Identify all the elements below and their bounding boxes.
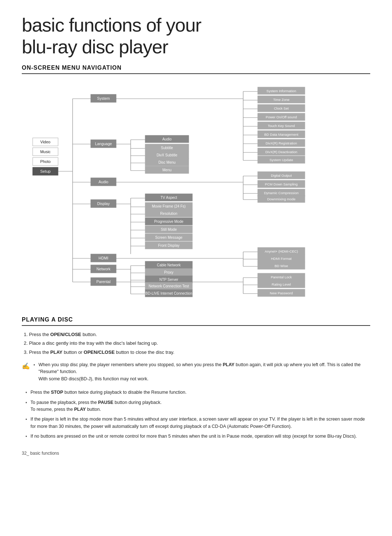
svg-text:Display: Display [97, 201, 110, 206]
svg-text:DivX Subtitle: DivX Subtitle [156, 153, 177, 157]
svg-text:Downmixing mode: Downmixing mode [267, 197, 295, 201]
bullet-2: To pause the playback, press the PAUSE b… [25, 399, 370, 413]
svg-text:Language: Language [95, 142, 112, 146]
svg-text:Network Connection Test: Network Connection Test [149, 284, 189, 288]
svg-text:Setup: Setup [40, 169, 51, 173]
step-2: Place a disc gently into the tray with t… [29, 340, 370, 347]
page-title: basic functions of your blu-ray disc pla… [22, 15, 370, 58]
note-main: When you stop disc play, the player reme… [33, 361, 370, 382]
svg-text:Audio: Audio [162, 137, 172, 141]
bullet-4: If no buttons are pressed on the unit or… [25, 433, 370, 440]
svg-text:Photo: Photo [40, 159, 51, 164]
title-line2: blu-ray disc player [22, 36, 168, 57]
section-menu-nav: ON-SCREEN MENU NAVIGATION [22, 65, 370, 74]
svg-text:HDMI: HDMI [99, 256, 109, 260]
svg-text:Progressive Mode: Progressive Mode [154, 220, 184, 224]
svg-text:Menu: Menu [162, 168, 171, 172]
note-icon: ✍ [22, 362, 30, 370]
svg-text:Anynet+ (HDMI-CEC): Anynet+ (HDMI-CEC) [265, 249, 298, 253]
svg-text:NTP Server: NTP Server [159, 278, 179, 282]
svg-text:BD Wise: BD Wise [275, 264, 288, 268]
svg-text:Disc Menu: Disc Menu [158, 160, 175, 164]
svg-text:DivX(R) Deactivation: DivX(R) Deactivation [265, 150, 297, 154]
svg-text:Movie Frame (24 Fs): Movie Frame (24 Fs) [152, 204, 186, 208]
svg-text:BD-LIVE Internet Connection: BD-LIVE Internet Connection [146, 291, 192, 295]
svg-text:Music: Music [40, 150, 51, 154]
svg-text:Cable Network: Cable Network [157, 263, 181, 267]
svg-text:Parental Lock: Parental Lock [271, 275, 292, 279]
step-3: Press the PLAY button or OPEN/CLOSE butt… [29, 349, 370, 356]
svg-text:TV Aspect: TV Aspect [160, 196, 177, 200]
svg-text:System Information: System Information [266, 89, 296, 93]
svg-text:Rating Level: Rating Level [272, 282, 291, 286]
svg-text:DivX(R) Registration: DivX(R) Registration [266, 141, 297, 145]
svg-text:Resolution: Resolution [160, 212, 177, 216]
svg-text:Touch Key Sound: Touch Key Sound [268, 124, 295, 128]
svg-text:System Update: System Update [270, 158, 293, 162]
svg-text:Still Mode: Still Mode [161, 228, 177, 232]
svg-text:New Password: New Password [270, 291, 293, 295]
bullet-3: If the player is left in the stop mode m… [25, 416, 370, 430]
svg-text:Digital Output: Digital Output [271, 173, 292, 177]
notes-block: ✍ When you stop disc play, the player re… [22, 361, 370, 385]
svg-text:Clock Set: Clock Set [274, 106, 289, 110]
steps-list: Press the OPEN/CLOSE button. Place a dis… [29, 331, 370, 356]
title-line1: basic functions of your [22, 15, 201, 36]
svg-text:Network: Network [97, 267, 111, 271]
svg-text:HDMI Format: HDMI Format [271, 257, 292, 261]
svg-text:Parental: Parental [96, 279, 110, 284]
svg-text:Proxy: Proxy [164, 270, 173, 274]
playing-disc-section: PLAYING A DISC Press the OPEN/CLOSE butt… [22, 316, 370, 440]
notes-list: When you stop disc play, the player reme… [33, 361, 370, 385]
bullet-list: Press the STOP button twice during playb… [25, 389, 370, 440]
page-footer: 32_ basic functions [22, 451, 370, 456]
step-1: Press the OPEN/CLOSE button. [29, 331, 370, 338]
svg-text:Dynamic Compression: Dynamic Compression [264, 191, 299, 195]
svg-text:Video: Video [40, 140, 50, 144]
svg-text:System: System [97, 96, 110, 101]
svg-text:Front Display: Front Display [158, 244, 180, 247]
svg-text:Subtitle: Subtitle [161, 146, 173, 150]
svg-text:Screen Message: Screen Message [155, 236, 182, 240]
bullet-1: Press the STOP button twice during playb… [25, 389, 370, 396]
menu-diagram: Video Music Photo Setup System System In… [22, 81, 370, 306]
section-playing-title: PLAYING A DISC [22, 316, 370, 326]
svg-text:Time Zone: Time Zone [273, 98, 289, 102]
svg-text:Power On/Off sound: Power On/Off sound [266, 115, 297, 119]
svg-text:PCM Down Sampling: PCM Down Sampling [265, 182, 298, 186]
svg-text:BD Data Management: BD Data Management [264, 132, 298, 136]
svg-text:Audio: Audio [99, 180, 109, 184]
